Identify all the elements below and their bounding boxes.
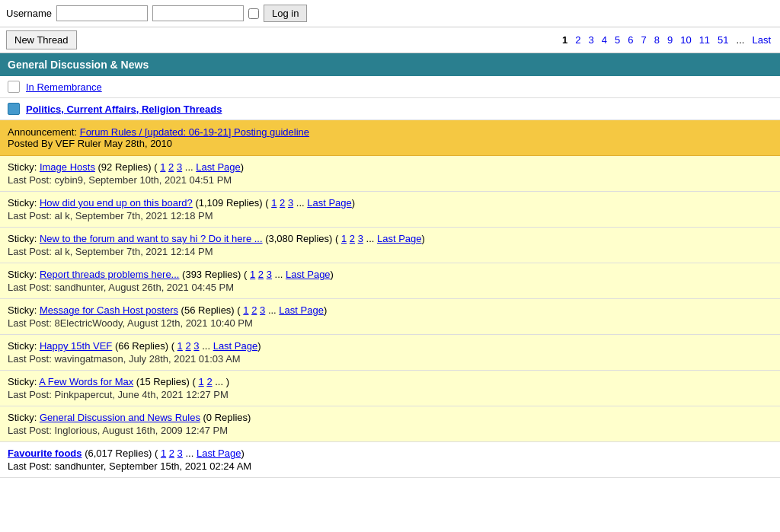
pagination: 1 2 3 4 5 6 7 8 9 10 11 51 ... Last (559, 33, 774, 46)
page-link[interactable]: 3 (358, 233, 363, 244)
thread-title-link[interactable]: A Few Words for Max (39, 376, 133, 387)
page-link[interactable]: 1 (250, 269, 255, 280)
thread-title-link[interactable]: Favourite foods (8, 448, 82, 459)
last-page-link[interactable]: Last Page (197, 448, 241, 459)
sticky-thread-row: Sticky: Happy 15th VEF (66 Replies) ( 1 … (0, 335, 780, 371)
remember-checkbox[interactable] (248, 8, 259, 19)
thread-title-link[interactable]: How did you end up on this board? (40, 197, 193, 209)
page-4[interactable]: 4 (599, 33, 610, 46)
sticky-threads: Sticky: Image Hosts (92 Replies) ( 1 2 3… (0, 156, 780, 442)
page-link[interactable]: 1 (161, 448, 166, 459)
toolbar-row: New Thread 1 2 3 4 5 6 7 8 9 10 11 51 ..… (0, 27, 780, 53)
pages-close: ) (352, 197, 355, 209)
thread-title-link[interactable]: Image Hosts (40, 161, 95, 173)
last-page-link[interactable]: Last Page (213, 340, 258, 352)
page-8[interactable]: 8 (651, 33, 663, 46)
pages-open: ( (244, 269, 247, 280)
username-label: Username (6, 8, 52, 19)
thread-title-link[interactable]: Message for Cash Host posters (40, 304, 178, 316)
thread-title-line: Sticky: Report threads problems here... … (8, 269, 772, 280)
page-3[interactable]: 3 (586, 33, 597, 46)
page-link[interactable]: 1 (160, 161, 165, 173)
page-link[interactable]: 2 (206, 376, 212, 387)
last-page-link[interactable]: Last Page (196, 161, 241, 173)
subforum-politics[interactable]: Politics, Current Affairs, Religion Thre… (0, 98, 780, 120)
normal-threads: Favourite foods (6,017 Replies) ( 1 2 3 … (0, 442, 780, 478)
thread-last-post: Last Post: Inglorious, August 16th, 2009… (8, 425, 772, 436)
page-link[interactable]: 2 (251, 304, 257, 316)
page-link[interactable]: 2 (185, 340, 190, 352)
thread-last-post: Last Post: al k, September 7th, 2021 12:… (8, 246, 772, 257)
pages-open: ( (193, 376, 196, 387)
sticky-thread-row: Sticky: Image Hosts (92 Replies) ( 1 2 3… (0, 156, 780, 192)
last-page-link[interactable]: Last Page (279, 304, 324, 316)
section-title: General Discussion & News (8, 59, 149, 71)
thread-replies: (56 Replies) (181, 304, 235, 316)
page-link[interactable]: 3 (267, 269, 272, 280)
page-link[interactable]: 3 (193, 340, 199, 352)
thread-title-line: Sticky: General Discussion and News Rule… (8, 412, 772, 423)
pages-close: ) (324, 304, 327, 316)
sticky-prefix: Sticky: (8, 304, 40, 316)
subforum-in-remembrance[interactable]: In Remembrance (0, 76, 780, 98)
page-link[interactable]: 2 (350, 233, 355, 244)
page-link[interactable]: 3 (177, 448, 183, 459)
page-9[interactable]: 9 (664, 33, 676, 46)
thread-row: Favourite foods (6,017 Replies) ( 1 2 3 … (0, 442, 780, 478)
thread-replies: (1,109 Replies) (195, 197, 262, 209)
announcement-link[interactable]: Forum Rules / [updated: 06-19-21] Postin… (80, 126, 309, 138)
thread-title-link[interactable]: Happy 15th VEF (40, 340, 112, 352)
page-last[interactable]: Last (749, 33, 774, 46)
page-link[interactable]: 1 (243, 304, 248, 316)
login-button[interactable]: Log in (264, 5, 307, 22)
thread-last-post: Last Post: Pinkpapercut, June 4th, 2021 … (8, 389, 772, 400)
sticky-prefix: Sticky: (8, 161, 40, 173)
page-link[interactable]: 1 (177, 340, 183, 352)
thread-title-line: Sticky: New to the forum and want to say… (8, 233, 772, 244)
subforum-link-politics[interactable]: Politics, Current Affairs, Religion Thre… (26, 104, 222, 115)
thread-replies: (66 Replies) (115, 340, 168, 352)
page-11[interactable]: 11 (696, 33, 713, 46)
page-link[interactable]: 1 (271, 197, 277, 209)
page-6[interactable]: 6 (625, 33, 636, 46)
page-51[interactable]: 51 (714, 33, 731, 46)
page-link[interactable]: 1 (199, 376, 204, 387)
thread-last-post: Last Post: 8ElectricWoody, August 12th, … (8, 317, 772, 329)
page-5[interactable]: 5 (612, 33, 623, 46)
page-link[interactable]: 2 (168, 161, 174, 173)
page-link[interactable]: 3 (177, 161, 182, 173)
subforum-link[interactable]: In Remembrance (26, 81, 102, 93)
page-link[interactable]: 2 (169, 448, 174, 459)
last-page-link[interactable]: Last Page (286, 269, 331, 280)
page-link[interactable]: 3 (260, 304, 265, 316)
page-link[interactable]: 3 (288, 197, 293, 209)
page-7[interactable]: 7 (638, 33, 649, 46)
page-link[interactable]: 2 (258, 269, 264, 280)
login-area: Username Log in (6, 5, 307, 22)
pages-close: ) (331, 269, 334, 280)
thread-last-post: Last Post: al k, September 7th, 2021 12:… (8, 210, 772, 221)
announcement-line2: Posted By VEF Ruler May 28th, 2010 (8, 138, 772, 149)
new-thread-button[interactable]: New Thread (6, 30, 77, 49)
announcement-row: Announcement: Forum Rules / [updated: 06… (0, 120, 780, 156)
ellipsis: ... (215, 376, 223, 387)
thread-last-post: Last Post: sandhunter, August 26th, 2021… (8, 282, 772, 293)
thread-replies: (6,017 Replies) (85, 448, 152, 459)
page-link[interactable]: 1 (341, 233, 347, 244)
thread-title-link[interactable]: General Discussion and News Rules (40, 412, 200, 423)
sticky-thread-row: Sticky: General Discussion and News Rule… (0, 406, 780, 442)
page-2[interactable]: 2 (572, 33, 583, 46)
sticky-thread-row: Sticky: A Few Words for Max (15 Replies)… (0, 371, 780, 406)
password-input[interactable] (152, 5, 244, 21)
ellipsis: ... (268, 304, 277, 316)
page-link[interactable]: 2 (280, 197, 285, 209)
subforum-icon (8, 81, 20, 93)
last-page-link[interactable]: Last Page (377, 233, 422, 244)
thread-title-link[interactable]: Report threads problems here... (40, 269, 180, 280)
last-page-link[interactable]: Last Page (307, 197, 352, 209)
sticky-thread-row: Sticky: Report threads problems here... … (0, 263, 780, 299)
thread-title-link[interactable]: New to the forum and want to say hi ? Do… (40, 233, 263, 244)
page-10[interactable]: 10 (677, 33, 694, 46)
pages-open: ( (265, 197, 268, 209)
username-input[interactable] (56, 5, 148, 21)
